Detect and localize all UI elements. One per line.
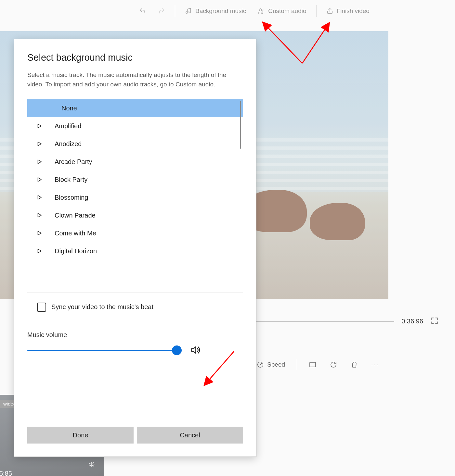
track-item[interactable]: Blossoming (27, 189, 243, 207)
sound-icon (190, 344, 201, 357)
volume-section: Music volume (27, 331, 243, 357)
track-item[interactable]: Arcade Party (27, 153, 243, 171)
slider-thumb[interactable] (172, 345, 182, 355)
track-label: Digital Horizon (55, 247, 97, 255)
play-icon[interactable] (36, 248, 42, 254)
divider (316, 5, 317, 17)
custom-audio-label: Custom audio (268, 7, 306, 15)
background-music-button[interactable]: Background music (179, 3, 252, 19)
track-item[interactable]: None (27, 99, 243, 117)
crop-button[interactable] (306, 359, 320, 370)
speed-icon (257, 361, 264, 368)
fullscreen-button[interactable] (430, 317, 439, 326)
person-music-icon (258, 7, 265, 15)
rotate-icon (330, 361, 337, 369)
track-item[interactable]: Amplified (27, 117, 243, 135)
divider (297, 359, 297, 370)
divider (175, 5, 175, 17)
done-button[interactable]: Done (27, 427, 134, 444)
background-music-label: Background music (195, 7, 246, 15)
volume-slider[interactable] (27, 345, 180, 355)
slider-track (27, 350, 180, 351)
track-item[interactable]: Digital Horizon (27, 242, 243, 260)
divider (27, 293, 243, 293)
finish-video-button[interactable]: Finish video (320, 3, 375, 19)
dialog-description: Select a music track. The music automati… (27, 70, 243, 89)
track-label: Arcade Party (55, 158, 92, 166)
dialog-buttons: Done Cancel (27, 427, 243, 444)
fullscreen-icon (430, 317, 439, 325)
svg-point-0 (259, 9, 262, 11)
track-item[interactable]: Clown Parade (27, 207, 243, 224)
top-toolbar: Background music Custom audio Finish vid… (0, 0, 455, 22)
bg-music-dialog: Select background music Select a music t… (14, 39, 256, 457)
video-content (310, 203, 365, 240)
thumb-time: 5:85 (0, 470, 12, 476)
more-button[interactable]: ··· (368, 359, 383, 370)
redo-icon (158, 7, 165, 15)
play-icon[interactable] (36, 212, 42, 218)
finish-video-label: Finish video (337, 7, 370, 15)
track-label: Clown Parade (55, 212, 96, 219)
track-item[interactable]: Block Party (27, 171, 243, 189)
thumb-sound-icon[interactable] (88, 461, 95, 469)
speed-label: Speed (267, 361, 285, 368)
track-label: Blossoming (55, 194, 88, 201)
track-label: Amplified (55, 122, 81, 130)
crop-icon (309, 361, 317, 369)
redo-button[interactable] (152, 3, 171, 19)
play-icon[interactable] (36, 230, 42, 236)
sync-label: Sync your video to the music's beat (51, 303, 153, 311)
dialog-title: Select background music (27, 52, 243, 63)
track-list[interactable]: NoneAmplifiedAnodizedArcade PartyBlock P… (27, 99, 243, 293)
track-item[interactable]: Anodized (27, 135, 243, 153)
track-item[interactable]: Come with Me (27, 224, 243, 242)
undo-icon (139, 7, 146, 15)
track-label: None (61, 105, 77, 112)
rotate-button[interactable] (326, 359, 341, 370)
volume-label: Music volume (27, 331, 243, 339)
sync-checkbox[interactable] (37, 303, 46, 312)
track-label: Come with Me (55, 230, 96, 237)
music-icon (185, 7, 192, 15)
track-label: Anodized (55, 140, 82, 148)
speed-button[interactable]: Speed (254, 359, 288, 370)
play-icon[interactable] (36, 194, 42, 200)
time-label: 0:36.96 (401, 318, 423, 325)
undo-button[interactable] (133, 3, 152, 19)
cancel-button[interactable]: Cancel (137, 427, 243, 444)
track-label: Block Party (55, 176, 87, 183)
play-icon[interactable] (36, 177, 42, 182)
play-icon[interactable] (36, 159, 42, 165)
more-label: ··· (371, 361, 379, 368)
custom-audio-button[interactable]: Custom audio (252, 3, 312, 19)
export-icon (326, 7, 333, 15)
sync-row[interactable]: Sync your video to the music's beat (27, 303, 243, 312)
svg-rect-2 (310, 362, 316, 367)
play-icon[interactable] (36, 141, 42, 147)
play-icon[interactable] (36, 123, 42, 129)
trash-icon (350, 361, 358, 369)
delete-button[interactable] (347, 359, 361, 370)
